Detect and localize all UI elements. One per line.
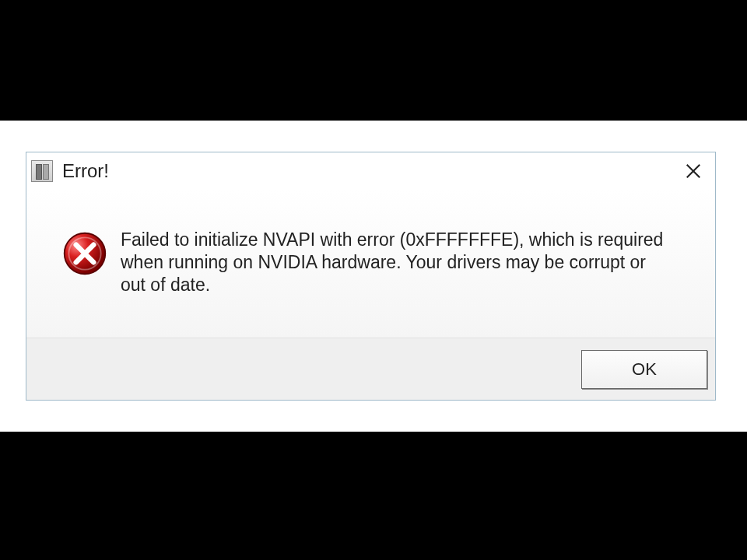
dialog-buttons: OK	[26, 338, 715, 400]
dialog-title: Error!	[62, 160, 676, 182]
titlebar[interactable]: Error!	[26, 152, 715, 190]
error-x-icon	[61, 230, 108, 277]
app-icon	[31, 160, 53, 182]
screen-backdrop: Error!	[0, 0, 747, 560]
ok-button[interactable]: OK	[581, 350, 707, 389]
close-button[interactable]	[676, 154, 710, 188]
dialog-content: Failed to initialize NVAPI with error (0…	[26, 190, 715, 338]
close-icon	[685, 163, 702, 180]
error-message: Failed to initialize NVAPI with error (0…	[121, 229, 665, 296]
error-dialog: Error!	[26, 152, 716, 401]
ok-button-label: OK	[632, 359, 657, 380]
